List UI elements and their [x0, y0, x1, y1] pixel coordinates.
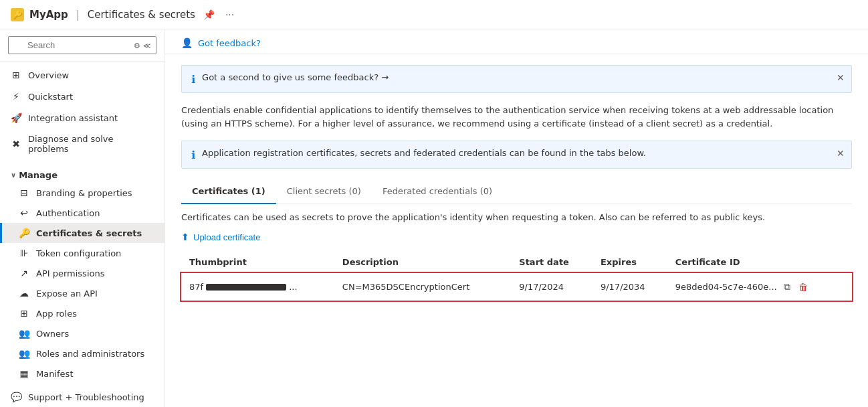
main-content-area: 👤 Got feedback? ℹ Got a second to give u… — [165, 29, 868, 407]
overview-icon: ⊞ — [11, 70, 21, 80]
upload-certificate-button[interactable]: ⬆ Upload certificate — [181, 232, 260, 242]
authentication-icon: ↩ — [19, 208, 29, 218]
app-name: MyApp — [29, 9, 68, 21]
sidebar-item-certs[interactable]: 🔑 Certificates & secrets — [0, 223, 165, 243]
top-bar: 🔑 MyApp | Certificates & secrets 📌 ··· — [0, 0, 868, 29]
layout: 🔍 ⚙ ≪ ⊞ Overview ⚡ Quickstart 🚀 Integrat… — [0, 29, 868, 407]
certs-icon: 🔑 — [19, 228, 29, 238]
feedback-banner-close[interactable]: ✕ — [837, 72, 845, 83]
tab-certificates[interactable]: Certificates (1) — [181, 179, 276, 204]
sidebar-item-integration[interactable]: 🚀 Integration assistant — [0, 107, 165, 129]
sidebar-item-authentication[interactable]: ↩ Authentication — [0, 203, 165, 223]
cell-start-date: 9/17/2024 — [511, 273, 592, 301]
feedback-link[interactable]: Got feedback? — [198, 38, 261, 48]
sidebar-item-roles[interactable]: 👥 Roles and administrators — [0, 343, 165, 363]
manage-section-header[interactable]: ∨ Manage — [0, 165, 165, 183]
cell-description: CN=M365DSCEncryptionCert — [334, 273, 511, 301]
diagnose-icon: ✖ — [11, 139, 21, 149]
sidebar-item-branding-label: Branding & properties — [36, 188, 132, 198]
owners-icon: 👥 — [19, 328, 29, 339]
sidebar-item-approles[interactable]: ⊞ App roles — [0, 303, 165, 323]
thumbprint-value: 87f ... — [189, 282, 326, 292]
credential-tabs: Certificates (1) Client secrets (0) Fede… — [181, 179, 852, 204]
sidebar: 🔍 ⚙ ≪ ⊞ Overview ⚡ Quickstart 🚀 Integrat… — [0, 29, 165, 407]
col-thumbprint: Thumbprint — [181, 252, 334, 273]
approles-icon: ⊞ — [19, 308, 29, 319]
sidebar-item-api-label: API permissions — [36, 268, 104, 278]
sidebar-item-api[interactable]: ↗ API permissions — [0, 263, 165, 283]
cell-cert-id: 9e8ded04-5c7e-460e... ⧉ 🗑 — [667, 273, 852, 301]
sidebar-item-roles-label: Roles and administrators — [36, 349, 144, 359]
credentials-description: Credentials enable confidential applicat… — [181, 104, 852, 130]
manage-chevron: ∨ — [11, 171, 16, 179]
api-icon: ↗ — [19, 268, 29, 278]
main-nav: ⊞ Overview ⚡ Quickstart 🚀 Integration as… — [0, 62, 165, 162]
tab-federated-credentials[interactable]: Federated credentials (0) — [372, 179, 503, 204]
table-body: 87f ... CN=M365DSCEncryptionCert 9/17/20… — [181, 273, 852, 301]
feedback-banner: ℹ Got a second to give us some feedback?… — [181, 65, 852, 93]
sidebar-search-area: 🔍 ⚙ ≪ — [0, 29, 165, 62]
integration-icon: 🚀 — [11, 112, 21, 123]
certificates-table: Thumbprint Description Start date Expire… — [181, 252, 852, 301]
sidebar-item-overview[interactable]: ⊞ Overview — [0, 64, 165, 86]
sidebar-item-owners-label: Owners — [36, 329, 69, 339]
quickstart-icon: ⚡ — [11, 91, 21, 102]
feedback-user-icon: 👤 — [181, 37, 193, 48]
manage-section: ∨ Manage ⊟ Branding & properties ↩ Authe… — [0, 162, 165, 386]
main-body: ℹ Got a second to give us some feedback?… — [165, 54, 868, 311]
info-icon-2: ℹ — [191, 149, 195, 161]
sidebar-item-token-label: Token configuration — [36, 248, 121, 258]
main-header: 👤 Got feedback? — [165, 29, 868, 54]
expose-icon: ☁ — [19, 288, 29, 299]
sidebar-item-token[interactable]: ⊪ Token configuration — [0, 243, 165, 263]
col-expires: Expires — [592, 252, 667, 273]
search-collapse-btn[interactable]: ≪ — [143, 41, 151, 50]
pin-icon[interactable]: 📌 — [201, 8, 217, 21]
info-icon-1: ℹ — [191, 73, 195, 86]
page-title: Certificates & secrets — [88, 9, 195, 21]
thumbprint-redacted-bar — [206, 284, 286, 291]
copy-cert-id-button[interactable]: ⧉ — [782, 280, 792, 294]
app-icon: 🔑 — [11, 8, 24, 21]
col-cert-id: Certificate ID — [667, 252, 852, 273]
token-icon: ⊪ — [19, 248, 29, 258]
sidebar-item-owners[interactable]: 👥 Owners — [0, 323, 165, 343]
sidebar-item-approles-label: App roles — [36, 309, 77, 319]
sidebar-item-support[interactable]: 💬 Support + Troubleshooting — [0, 386, 165, 407]
table-header: Thumbprint Description Start date Expire… — [181, 252, 852, 273]
sidebar-item-branding[interactable]: ⊟ Branding & properties — [0, 183, 165, 203]
sidebar-item-quickstart-label: Quickstart — [28, 92, 73, 102]
cell-expires: 9/17/2034 — [592, 273, 667, 301]
info-banner-close[interactable]: ✕ — [837, 148, 845, 159]
upload-icon: ⬆ — [181, 232, 189, 242]
upload-button-label: Upload certificate — [193, 232, 260, 242]
tab-client-secrets[interactable]: Client secrets (0) — [276, 179, 372, 204]
feedback-banner-text: Got a second to give us some feedback? → — [202, 72, 842, 82]
table-row: 87f ... CN=M365DSCEncryptionCert 9/17/20… — [181, 273, 852, 301]
sidebar-item-quickstart[interactable]: ⚡ Quickstart — [0, 86, 165, 107]
search-actions: ⚙ ≪ — [134, 41, 151, 50]
sidebar-item-authentication-label: Authentication — [36, 208, 100, 218]
sidebar-item-manifest-label: Manifest — [36, 369, 73, 379]
support-icon: 💬 — [11, 392, 21, 402]
sidebar-item-support-label: Support + Troubleshooting — [28, 392, 144, 402]
roles-icon: 👥 — [19, 348, 29, 359]
sidebar-item-diagnose-label: Diagnose and solve problems — [28, 134, 154, 154]
info-banner: ℹ Application registration certificates,… — [181, 141, 852, 169]
cert-id-actions: 9e8ded04-5c7e-460e... ⧉ 🗑 — [675, 280, 844, 294]
sidebar-item-certs-label: Certificates & secrets — [36, 228, 142, 238]
sidebar-item-manifest[interactable]: ▦ Manifest — [0, 363, 165, 384]
thumbprint-ellipsis: ... — [289, 282, 297, 292]
sidebar-item-diagnose[interactable]: ✖ Diagnose and solve problems — [0, 129, 165, 159]
search-filter-btn[interactable]: ⚙ — [134, 41, 140, 50]
sidebar-item-expose-label: Expose an API — [36, 289, 98, 299]
branding-icon: ⊟ — [19, 187, 29, 198]
delete-cert-button[interactable]: 🗑 — [797, 280, 809, 294]
sidebar-item-expose[interactable]: ☁ Expose an API — [0, 283, 165, 303]
manifest-icon: ▦ — [19, 368, 29, 379]
sidebar-item-overview-label: Overview — [28, 70, 69, 80]
cell-thumbprint: 87f ... — [181, 273, 334, 301]
more-icon[interactable]: ··· — [223, 8, 237, 21]
title-separator: | — [76, 9, 80, 21]
search-wrap: 🔍 ⚙ ≪ — [8, 36, 156, 54]
